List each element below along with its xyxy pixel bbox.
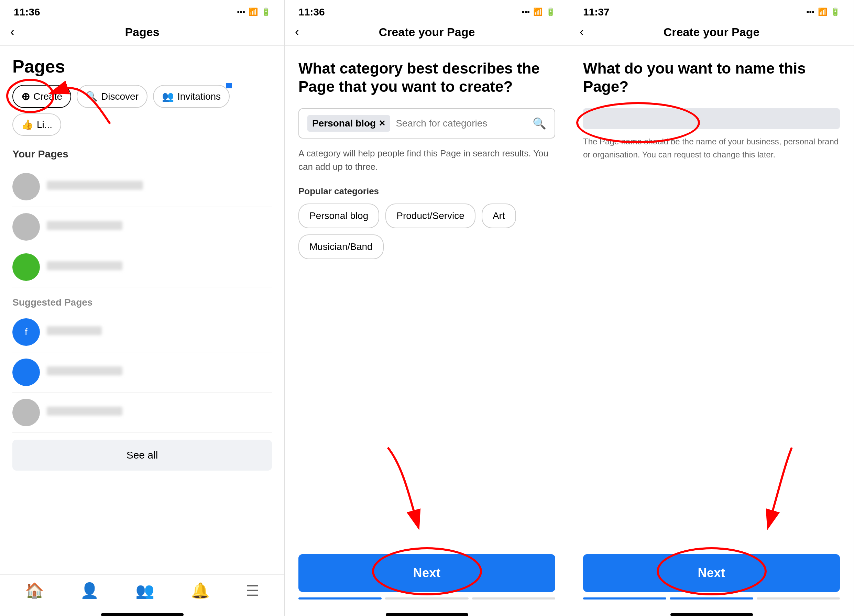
page-avatar-2 bbox=[12, 213, 40, 241]
progress-bar-3-1 bbox=[583, 598, 666, 599]
page-avatar-3 bbox=[12, 253, 40, 281]
invitations-icon: 👥 bbox=[162, 91, 174, 102]
progress-bar-3-2 bbox=[670, 598, 753, 599]
search-icon-2: 🔍 bbox=[532, 117, 546, 130]
menu-nav-icon[interactable]: ☰ bbox=[246, 582, 259, 599]
plus-icon: ⊕ bbox=[21, 90, 30, 102]
discover-icon: 🔍 bbox=[85, 91, 98, 102]
your-pages-label: Your Pages bbox=[12, 148, 272, 160]
home-indicator-1 bbox=[101, 613, 184, 616]
panel-category: 11:36 ▪▪▪ 📶 🔋 ‹ Create your Page What ca… bbox=[285, 0, 569, 616]
name-input-field[interactable] bbox=[583, 108, 840, 129]
signal-icon-3: ▪▪▪ bbox=[807, 8, 814, 17]
battery-icon-3: 🔋 bbox=[831, 8, 840, 17]
profile-nav-icon[interactable]: 👤 bbox=[80, 582, 99, 599]
status-bar-2: 11:36 ▪▪▪ 📶 🔋 bbox=[285, 0, 569, 21]
home-indicator-2 bbox=[386, 613, 468, 616]
page-name-blur-1 bbox=[47, 181, 143, 192]
progress-bars-2 bbox=[299, 592, 555, 603]
tab-likes[interactable]: 👍 Li... bbox=[12, 113, 61, 136]
suggested-name-blur-3 bbox=[47, 407, 122, 418]
suggested-avatar-2 bbox=[12, 358, 40, 386]
page-name-blur-2 bbox=[47, 221, 122, 233]
invitations-label: Invitations bbox=[177, 91, 221, 102]
chip-product-service[interactable]: Product/Service bbox=[386, 203, 476, 228]
category-chips: Personal blog Product/Service Art Musici… bbox=[299, 203, 555, 259]
status-icons-3: ▪▪▪ 📶 🔋 bbox=[807, 8, 840, 17]
name-page-heading: What do you want to name this Page? bbox=[583, 59, 840, 96]
next-button-3[interactable]: Next bbox=[583, 554, 840, 592]
nav-bar-2: ‹ Create your Page bbox=[285, 21, 569, 46]
signal-icon-1: ▪▪▪ bbox=[237, 8, 245, 17]
suggested-avatar-1: f bbox=[12, 318, 40, 346]
page-name-blur-3 bbox=[47, 261, 122, 273]
category-content: What category best describes the Page th… bbox=[285, 46, 569, 554]
pages-nav-icon[interactable]: 👥 bbox=[136, 582, 154, 599]
discover-label: Discover bbox=[101, 91, 139, 102]
suggested-pages-label: Suggested Pages bbox=[12, 297, 272, 308]
time-3: 11:37 bbox=[583, 6, 610, 18]
page-item-2[interactable] bbox=[12, 207, 272, 247]
back-button-3[interactable]: ‹ bbox=[580, 25, 584, 39]
likes-label: Li... bbox=[37, 119, 52, 130]
selected-category-tag: Personal blog ✕ bbox=[307, 115, 390, 132]
signal-icon-2: ▪▪▪ bbox=[522, 8, 530, 17]
nav-bar-3: ‹ Create your Page bbox=[569, 21, 854, 46]
time-1: 11:36 bbox=[14, 6, 40, 18]
progress-bar-3-3 bbox=[757, 598, 840, 599]
status-bar-3: 11:37 ▪▪▪ 📶 🔋 bbox=[569, 0, 854, 21]
battery-icon-1: 🔋 bbox=[261, 8, 271, 17]
notifications-nav-icon[interactable]: 🔔 bbox=[191, 582, 210, 599]
tab-invitations[interactable]: 👥 Invitations bbox=[153, 85, 230, 108]
status-icons-1: ▪▪▪ 📶 🔋 bbox=[237, 8, 271, 17]
panel-pages: 11:36 ▪▪▪ 📶 🔋 ‹ Pages Pages ⊕ Create 🔍 D… bbox=[0, 0, 285, 616]
battery-icon-2: 🔋 bbox=[546, 8, 555, 17]
progress-bar-2-2 bbox=[385, 598, 468, 599]
name-page-content: What do you want to name this Page? The … bbox=[569, 46, 854, 554]
suggested-item-2[interactable] bbox=[12, 352, 272, 393]
suggested-item-3[interactable] bbox=[12, 393, 272, 433]
progress-bars-3 bbox=[583, 592, 840, 603]
next-button-2[interactable]: Next bbox=[299, 554, 555, 592]
page-item-1[interactable] bbox=[12, 167, 272, 207]
nav-title-3: Create your Page bbox=[663, 26, 760, 39]
name-hint-text: The Page name should be the name of your… bbox=[583, 135, 840, 162]
pages-title: Pages bbox=[12, 56, 272, 77]
category-tag-label: Personal blog bbox=[312, 118, 376, 129]
wifi-icon-3: 📶 bbox=[818, 8, 827, 17]
back-button-1[interactable]: ‹ bbox=[10, 25, 14, 39]
tab-create[interactable]: ⊕ Create bbox=[12, 85, 71, 108]
remove-category-icon[interactable]: ✕ bbox=[378, 119, 386, 128]
see-all-button[interactable]: See all bbox=[12, 440, 272, 471]
category-heading: What category best describes the Page th… bbox=[299, 59, 555, 96]
chip-personal-blog[interactable]: Personal blog bbox=[299, 203, 379, 228]
nav-title-1: Pages bbox=[125, 26, 159, 39]
bottom-nav-1: 🏠 👤 👥 🔔 ☰ bbox=[0, 575, 284, 610]
category-search-bar[interactable]: Personal blog ✕ 🔍 bbox=[299, 108, 555, 139]
page-avatar-1 bbox=[12, 173, 40, 200]
next-section-3: Next bbox=[569, 554, 854, 610]
status-bar-1: 11:36 ▪▪▪ 📶 🔋 bbox=[0, 0, 284, 21]
likes-icon: 👍 bbox=[21, 119, 34, 130]
panel-name-page: 11:37 ▪▪▪ 📶 🔋 ‹ Create your Page What do… bbox=[569, 0, 854, 616]
time-2: 11:36 bbox=[299, 6, 325, 18]
next-section-2: Next bbox=[285, 554, 569, 610]
back-button-2[interactable]: ‹ bbox=[295, 25, 299, 39]
category-search-input[interactable] bbox=[396, 118, 527, 129]
chip-art[interactable]: Art bbox=[482, 203, 516, 228]
tab-discover[interactable]: 🔍 Discover bbox=[77, 85, 148, 108]
nav-bar-1: ‹ Pages bbox=[0, 21, 284, 46]
wifi-icon-2: 📶 bbox=[533, 8, 543, 17]
suggested-avatar-3 bbox=[12, 399, 40, 426]
wifi-icon-1: 📶 bbox=[249, 8, 258, 17]
suggested-name-blur-2 bbox=[47, 366, 122, 378]
page-item-3[interactable] bbox=[12, 247, 272, 287]
suggested-name-blur-1 bbox=[47, 326, 102, 338]
progress-bar-2-1 bbox=[299, 598, 381, 599]
chip-musician-band[interactable]: Musician/Band bbox=[299, 235, 384, 259]
name-input-container bbox=[583, 108, 840, 129]
progress-bar-2-3 bbox=[472, 598, 555, 599]
pages-tabs: ⊕ Create 🔍 Discover 👥 Invitations 👍 Li..… bbox=[12, 85, 272, 136]
suggested-item-1[interactable]: f bbox=[12, 312, 272, 352]
home-nav-icon[interactable]: 🏠 bbox=[25, 582, 44, 599]
